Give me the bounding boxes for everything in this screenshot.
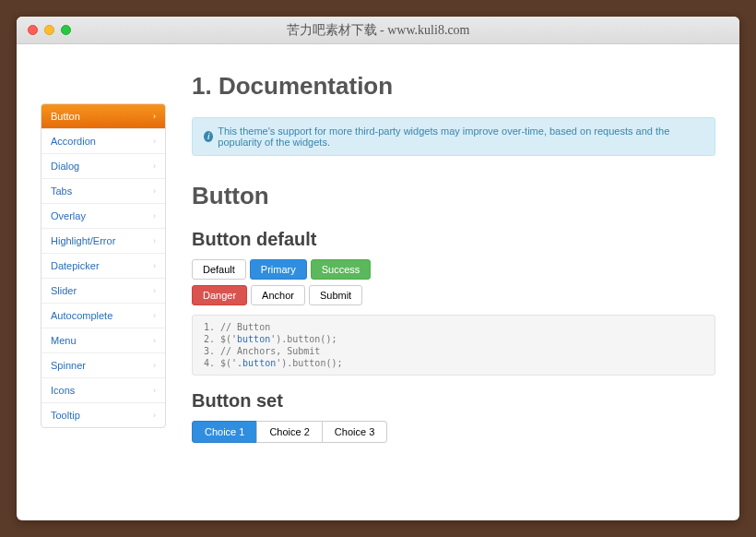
success-button[interactable]: Success [311, 259, 372, 280]
submit-button[interactable]: Submit [309, 285, 362, 305]
info-icon: i [204, 131, 213, 142]
code-line: // Anchors, Submit [220, 345, 707, 357]
chevron-right-icon: › [153, 261, 156, 270]
browser-window: 苦力吧素材下载 - www.kuli8.com Button›Accordion… [17, 17, 739, 520]
window-title: 苦力吧素材下载 - www.kuli8.com [17, 22, 739, 39]
primary-button[interactable]: Primary [250, 259, 307, 280]
sidebar: Button›Accordion›Dialog›Tabs›Overlay›Hig… [41, 103, 166, 520]
chevron-right-icon: › [153, 112, 156, 121]
choice-3-button[interactable]: Choice 3 [322, 421, 387, 443]
sidebar-nav: Button›Accordion›Dialog›Tabs›Overlay›Hig… [41, 103, 166, 428]
button-row-1: Default Primary Success [192, 259, 715, 280]
sidebar-item-overlay[interactable]: Overlay› [41, 204, 165, 229]
titlebar: 苦力吧素材下载 - www.kuli8.com [17, 17, 739, 44]
sidebar-item-icons[interactable]: Icons› [41, 378, 165, 403]
sidebar-item-slider[interactable]: Slider› [41, 279, 165, 304]
sidebar-item-label: Datepicker [51, 260, 100, 271]
window-controls [28, 25, 71, 35]
sidebar-item-tooltip[interactable]: Tooltip› [41, 403, 165, 427]
sidebar-item-label: Icons [51, 385, 75, 396]
page-title: 1. Documentation [192, 72, 715, 101]
sidebar-item-label: Accordion [51, 136, 96, 147]
chevron-right-icon: › [153, 286, 156, 295]
chevron-right-icon: › [153, 137, 156, 146]
content: Button›Accordion›Dialog›Tabs›Overlay›Hig… [17, 44, 739, 520]
sidebar-item-label: Overlay [51, 210, 86, 221]
chevron-right-icon: › [153, 361, 156, 370]
sidebar-item-autocomplete[interactable]: Autocomplete› [41, 304, 165, 328]
chevron-right-icon: › [153, 336, 156, 345]
section-title: Button [192, 182, 715, 210]
code-line: // Button [220, 321, 707, 333]
chevron-right-icon: › [153, 161, 156, 171]
danger-button[interactable]: Danger [192, 285, 247, 305]
button-default-heading: Button default [192, 229, 715, 250]
sidebar-item-datepicker[interactable]: Datepicker› [41, 254, 165, 279]
sidebar-item-label: Highlight/Error [51, 235, 115, 246]
chevron-right-icon: › [153, 211, 156, 221]
sidebar-item-label: Slider [51, 285, 77, 296]
anchor-button[interactable]: Anchor [251, 285, 305, 305]
sidebar-item-dialog[interactable]: Dialog› [41, 154, 165, 179]
code-line: $('.button').button(); [220, 357, 707, 369]
maximize-icon[interactable] [61, 25, 71, 35]
sidebar-item-menu[interactable]: Menu› [41, 328, 165, 353]
sidebar-item-button[interactable]: Button› [41, 104, 165, 129]
choice-1-button[interactable]: Choice 1 [192, 421, 257, 443]
sidebar-item-highlight-error[interactable]: Highlight/Error› [41, 229, 165, 254]
sidebar-item-accordion[interactable]: Accordion› [41, 129, 165, 154]
code-block: // Button$('button').button();// Anchors… [192, 315, 715, 376]
button-row-2: Danger Anchor Submit [192, 285, 715, 305]
sidebar-item-spinner[interactable]: Spinner› [41, 353, 165, 378]
sidebar-item-label: Button [51, 111, 80, 122]
minimize-icon[interactable] [44, 25, 54, 35]
sidebar-item-tabs[interactable]: Tabs› [41, 179, 165, 204]
chevron-right-icon: › [153, 411, 156, 420]
sidebar-item-label: Autocomplete [51, 310, 112, 321]
chevron-right-icon: › [153, 186, 156, 196]
close-icon[interactable] [28, 25, 38, 35]
code-line: $('button').button(); [220, 333, 707, 345]
chevron-right-icon: › [153, 386, 156, 395]
chevron-right-icon: › [153, 236, 156, 245]
sidebar-item-label: Dialog [51, 161, 79, 172]
sidebar-item-label: Spinner [51, 360, 86, 371]
alert-text: This theme's support for more third-part… [218, 125, 703, 148]
main: 1. Documentation i This theme's support … [192, 72, 715, 520]
sidebar-item-label: Menu [51, 335, 77, 346]
sidebar-item-label: Tooltip [51, 410, 80, 421]
sidebar-item-label: Tabs [51, 185, 72, 197]
chevron-right-icon: › [153, 311, 156, 320]
button-set: Choice 1 Choice 2 Choice 3 [192, 421, 715, 443]
choice-2-button[interactable]: Choice 2 [256, 421, 322, 443]
button-set-heading: Button set [192, 390, 715, 412]
default-button[interactable]: Default [192, 259, 246, 280]
info-alert: i This theme's support for more third-pa… [192, 117, 715, 156]
